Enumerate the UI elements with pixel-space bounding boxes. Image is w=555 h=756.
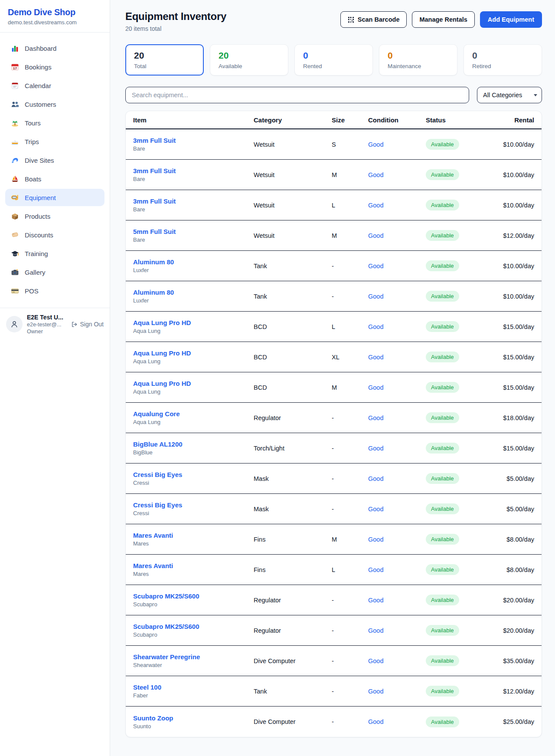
item-name-link[interactable]: Suunto Zoop <box>133 714 254 722</box>
item-name-link[interactable]: 3mm Full Suit <box>133 197 254 205</box>
size-cell: - <box>332 293 368 300</box>
sidebar-item-boats[interactable]: Boats <box>5 170 104 187</box>
sidebar-item-gallery[interactable]: Gallery <box>5 263 104 281</box>
item-name-link[interactable]: BigBlue AL1200 <box>133 440 254 448</box>
category-cell: BCD <box>254 323 332 330</box>
stat-card-total[interactable]: 20Total <box>125 44 204 76</box>
condition-link[interactable]: Good <box>368 293 426 300</box>
sidebar-item-dashboard[interactable]: Dashboard <box>5 39 104 57</box>
status-cell: Available <box>426 595 500 605</box>
sidebar: Demo Dive Shop demo.test.divestreams.com… <box>0 0 110 756</box>
condition-link[interactable]: Good <box>368 536 426 543</box>
condition-link[interactable]: Good <box>368 232 426 239</box>
item-name-link[interactable]: Aqua Lung Pro HD <box>133 349 254 357</box>
condition-link[interactable]: Good <box>368 597 426 604</box>
rental-rate-cell: $15.00/day <box>500 384 534 391</box>
barcode-scan-icon <box>348 16 354 23</box>
sidebar-item-products[interactable]: Products <box>5 207 104 225</box>
camera-icon <box>11 268 19 276</box>
condition-link[interactable]: Good <box>368 384 426 391</box>
rental-rate-cell: $15.00/day <box>500 323 534 330</box>
table-row: Aqua Lung Pro HDAqua LungBCDLGoodAvailab… <box>126 312 542 342</box>
stat-card-retired[interactable]: 0Retired <box>464 44 542 76</box>
rental-rate-cell: $5.00/day <box>500 506 534 513</box>
item-name-link[interactable]: Scubapro MK25/S600 <box>133 623 254 630</box>
sidebar-item-trips[interactable]: Trips <box>5 133 104 150</box>
item-brand: Faber <box>133 692 254 699</box>
category-select[interactable]: All Categories <box>477 87 542 103</box>
status-cell: Available <box>426 443 500 454</box>
tag-icon <box>11 231 19 239</box>
sidebar-item-label: Calendar <box>25 82 51 89</box>
condition-link[interactable]: Good <box>368 171 426 178</box>
item-name-link[interactable]: Aluminum 80 <box>133 289 254 296</box>
item-name-link[interactable]: 3mm Full Suit <box>133 137 254 144</box>
status-cell: Available <box>426 169 500 180</box>
status-cell: Available <box>426 503 500 514</box>
item-name-link[interactable]: 3mm Full Suit <box>133 167 254 174</box>
item-name-link[interactable]: Mares Avanti <box>133 562 254 569</box>
item-name-link[interactable]: Mares Avanti <box>133 532 254 539</box>
item-name-link[interactable]: Aqua Lung Pro HD <box>133 380 254 387</box>
condition-link[interactable]: Good <box>368 263 426 270</box>
item-name-link[interactable]: Shearwater Peregrine <box>133 653 254 661</box>
table-row: Shearwater PeregrineShearwaterDive Compu… <box>126 646 542 676</box>
item-name-link[interactable]: 5mm Full Suit <box>133 228 254 235</box>
item-name-link[interactable]: Aqua Lung Pro HD <box>133 319 254 326</box>
item-name-link[interactable]: Aluminum 80 <box>133 258 254 266</box>
search-input[interactable] <box>125 87 469 103</box>
stat-card-available[interactable]: 20Available <box>210 44 288 76</box>
condition-link[interactable]: Good <box>368 718 426 725</box>
rental-rate-cell: $8.00/day <box>500 566 534 573</box>
wave-icon <box>11 156 19 164</box>
condition-link[interactable]: Good <box>368 627 426 634</box>
manage-rentals-button[interactable]: Manage Rentals <box>412 11 474 28</box>
item-name-link[interactable]: Cressi Big Eyes <box>133 501 254 509</box>
sidebar-item-bookings[interactable]: 17Bookings <box>5 58 104 76</box>
add-equipment-button[interactable]: Add Equipment <box>480 11 542 28</box>
stat-card-maintenance[interactable]: 0Maintenance <box>379 44 457 76</box>
condition-link[interactable]: Good <box>368 202 426 209</box>
condition-link[interactable]: Good <box>368 141 426 148</box>
status-cell: Available <box>426 230 500 241</box>
condition-link[interactable]: Good <box>368 475 426 482</box>
sidebar-item-tours[interactable]: Tours <box>5 114 104 131</box>
page-title-block: Equipment Inventory 20 items total <box>125 10 226 32</box>
condition-link[interactable]: Good <box>368 445 426 452</box>
condition-link[interactable]: Good <box>368 323 426 330</box>
rental-rate-cell: $25.00/day <box>500 718 534 725</box>
rental-rate-cell: $12.00/day <box>500 688 534 695</box>
item-name-link[interactable]: Aqualung Core <box>133 410 254 417</box>
condition-link[interactable]: Good <box>368 566 426 573</box>
item-name-link[interactable]: Steel 100 <box>133 684 254 691</box>
status-badge: Available <box>426 352 459 362</box>
table-row: Aluminum 80LuxferTank-GoodAvailable$10.0… <box>126 281 542 312</box>
rental-rate-cell: $18.00/day <box>500 414 534 421</box>
sidebar-item-equipment[interactable]: Equipment <box>5 189 104 206</box>
item-brand: Cressi <box>133 510 254 516</box>
table-row: Mares AvantiMaresFinsMGoodAvailable$8.00… <box>126 524 542 555</box>
scan-barcode-button[interactable]: Scan Barcode <box>340 11 407 28</box>
sidebar-item-dive-sites[interactable]: Dive Sites <box>5 151 104 169</box>
user-email: e2e-tester@... <box>27 322 67 328</box>
category-cell: Wetsuit <box>254 171 332 178</box>
condition-link[interactable]: Good <box>368 506 426 513</box>
svg-text:17: 17 <box>13 66 17 70</box>
sign-out-button[interactable]: Sign Out <box>71 321 104 328</box>
condition-link[interactable]: Good <box>368 688 426 695</box>
item-name-link[interactable]: Cressi Big Eyes <box>133 471 254 478</box>
sidebar-item-calendar[interactable]: Calendar <box>5 77 104 94</box>
condition-link[interactable]: Good <box>368 354 426 361</box>
stat-card-rented[interactable]: 0Rented <box>294 44 373 76</box>
condition-link[interactable]: Good <box>368 657 426 664</box>
sidebar-item-discounts[interactable]: Discounts <box>5 226 104 243</box>
status-cell: Available <box>426 625 500 636</box>
sidebar-item-customers[interactable]: Customers <box>5 95 104 113</box>
size-cell: - <box>332 627 368 634</box>
sidebar-item-training[interactable]: Training <box>5 245 104 262</box>
condition-link[interactable]: Good <box>368 414 426 421</box>
sidebar-item-pos[interactable]: POS <box>5 282 104 299</box>
rental-rate-cell: $15.00/day <box>500 354 534 361</box>
item-name-link[interactable]: Scubapro MK25/S600 <box>133 592 254 600</box>
size-cell: M <box>332 536 368 543</box>
